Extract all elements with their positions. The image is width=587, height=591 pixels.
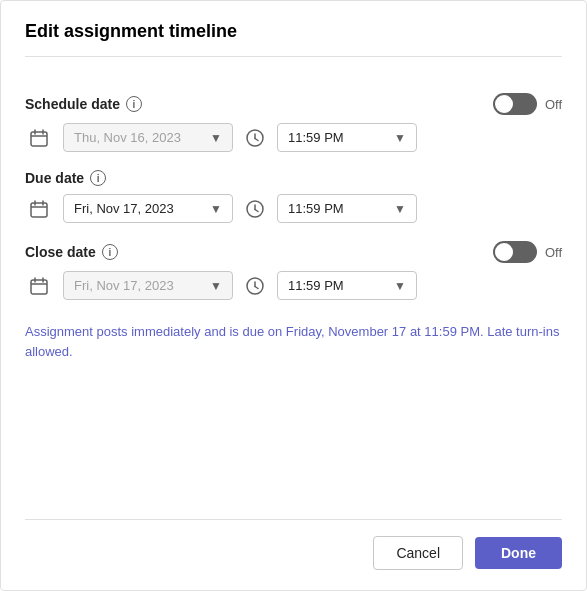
close-date-label: Close date i	[25, 244, 118, 260]
svg-rect-7	[31, 203, 47, 217]
edit-timeline-dialog: Edit assignment timeline Schedule date i…	[0, 0, 587, 591]
due-time-chevron: ▼	[394, 202, 406, 216]
due-time-picker[interactable]: 11:59 PM ▼	[277, 194, 417, 223]
svg-rect-0	[31, 132, 47, 146]
done-button[interactable]: Done	[475, 537, 562, 569]
schedule-time-value: 11:59 PM	[288, 130, 388, 145]
schedule-date-row: Thu, Nov 16, 2023 ▼ 11:59 PM ▼	[25, 123, 562, 152]
svg-line-20	[255, 286, 258, 288]
due-time-clock-icon	[243, 197, 267, 221]
due-time-value: 11:59 PM	[288, 201, 388, 216]
close-date-info-icon[interactable]: i	[102, 244, 118, 260]
due-date-row: Fri, Nov 17, 2023 ▼ 11:59 PM ▼	[25, 194, 562, 223]
schedule-time-chevron: ▼	[394, 131, 406, 145]
schedule-time-clock-icon	[243, 126, 267, 150]
close-date-calendar-icon	[25, 272, 53, 300]
dialog-title: Edit assignment timeline	[25, 21, 562, 57]
close-time-value: 11:59 PM	[288, 278, 388, 293]
due-date-section: Due date i Fri, Nov 17, 2023 ▼	[25, 170, 562, 223]
close-date-toggle-group: Off	[493, 241, 562, 263]
due-date-value: Fri, Nov 17, 2023	[74, 201, 204, 216]
close-time-picker[interactable]: 11:59 PM ▼	[277, 271, 417, 300]
schedule-date-section: Schedule date i Off Thu, Nov 16,	[25, 93, 562, 152]
close-date-toggle-label: Off	[545, 245, 562, 260]
dialog-footer: Cancel Done	[25, 519, 562, 570]
info-text: Assignment posts immediately and is due …	[25, 322, 562, 489]
svg-line-6	[255, 138, 258, 140]
close-date-toggle[interactable]	[493, 241, 537, 263]
schedule-date-toggle-knob	[495, 95, 513, 113]
close-date-row: Fri, Nov 17, 2023 ▼ 11:59 PM ▼	[25, 271, 562, 300]
close-time-chevron: ▼	[394, 279, 406, 293]
schedule-date-calendar-icon	[25, 124, 53, 152]
schedule-time-picker[interactable]: 11:59 PM ▼	[277, 123, 417, 152]
due-date-label: Due date i	[25, 170, 106, 186]
schedule-date-header: Schedule date i Off	[25, 93, 562, 115]
due-date-calendar-icon	[25, 195, 53, 223]
close-date-picker[interactable]: Fri, Nov 17, 2023 ▼	[63, 271, 233, 300]
close-date-chevron: ▼	[210, 279, 222, 293]
schedule-date-toggle-group: Off	[493, 93, 562, 115]
schedule-date-picker[interactable]: Thu, Nov 16, 2023 ▼	[63, 123, 233, 152]
schedule-date-toggle[interactable]	[493, 93, 537, 115]
close-date-toggle-knob	[495, 243, 513, 261]
cancel-button[interactable]: Cancel	[373, 536, 463, 570]
schedule-date-info-icon[interactable]: i	[126, 96, 142, 112]
close-date-value: Fri, Nov 17, 2023	[74, 278, 204, 293]
svg-line-13	[255, 209, 258, 211]
schedule-date-chevron: ▼	[210, 131, 222, 145]
schedule-date-toggle-label: Off	[545, 97, 562, 112]
svg-rect-14	[31, 280, 47, 294]
close-time-clock-icon	[243, 274, 267, 298]
due-date-header: Due date i	[25, 170, 562, 186]
schedule-date-label: Schedule date i	[25, 96, 142, 112]
due-date-picker[interactable]: Fri, Nov 17, 2023 ▼	[63, 194, 233, 223]
close-date-section: Close date i Off Fri, Nov 17, 202	[25, 241, 562, 300]
due-date-info-icon[interactable]: i	[90, 170, 106, 186]
close-date-header: Close date i Off	[25, 241, 562, 263]
due-date-chevron: ▼	[210, 202, 222, 216]
schedule-date-value: Thu, Nov 16, 2023	[74, 130, 204, 145]
